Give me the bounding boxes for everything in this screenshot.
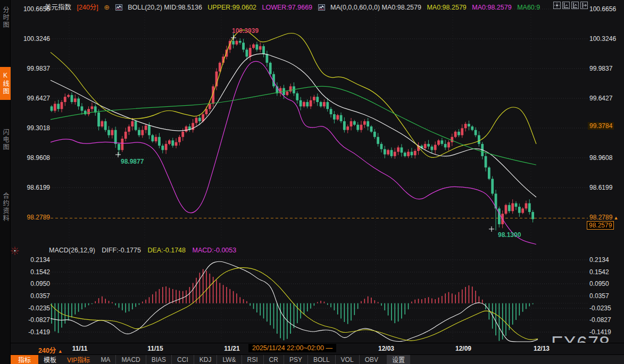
candle-body (114, 130, 117, 144)
sidebar-tab-rail: 分时图K线图闪电图合约资料 (0, 0, 11, 364)
extreme-price-label: 98.1300 (498, 231, 521, 239)
boll-mid-line (51, 54, 536, 197)
macd-tick-left: 0.1542 (17, 268, 50, 276)
macd-macd-value: MACD:-0.0053 (193, 247, 237, 254)
price-tick-right: 99.6427 (589, 95, 612, 102)
macd-params: MACD(26,12,9) (49, 247, 95, 254)
candle-body (148, 125, 151, 135)
candle-body (447, 142, 450, 148)
period-badge[interactable]: [240分] (77, 4, 98, 11)
macd-dif-line (51, 261, 538, 342)
time-axis: 240分 ▲ 2025/11/24 22:00~02:00 — 11/1111/… (11, 343, 624, 354)
chart-plot-area[interactable] (0, 0, 624, 364)
sidebar-tab-4[interactable]: 合约资料 (0, 186, 11, 228)
candle-body (178, 137, 181, 142)
candle-body (384, 149, 386, 155)
candle-body (478, 135, 480, 143)
candle-body (323, 102, 326, 106)
candle-body (310, 100, 312, 106)
toolbar-button-BIAS[interactable]: BIAS (146, 355, 171, 364)
pan-right-icon[interactable] (580, 2, 588, 9)
sidebar-tab-2[interactable]: K线图 (0, 67, 11, 100)
toolbar-button-MACD[interactable]: MACD (115, 355, 145, 364)
move-crosshair-icon[interactable] (553, 2, 561, 9)
price-tick-left: 98.9608 (17, 154, 50, 162)
toolbar-button-PSY[interactable]: PSY (284, 355, 307, 364)
chart-application: { "window": { "app": "FX678 chart", "wid… (0, 0, 624, 364)
candle-body (226, 49, 228, 56)
candle-body (326, 102, 329, 109)
extreme-cross-marker (115, 152, 121, 157)
toolbar-button-VOL[interactable]: VOL (335, 355, 359, 364)
candle-body (427, 144, 430, 147)
toolbar-button-RSI[interactable]: RSI (242, 355, 263, 364)
boll-values: BOLL(20,2) MID:98.5136 (128, 4, 202, 11)
price-tick-right: 98.9608 (589, 154, 612, 162)
toolbar-button-MA[interactable]: MA (95, 355, 115, 364)
macd-tick-left: 0.2134 (17, 256, 50, 264)
ma-indicator-icon[interactable] (318, 4, 325, 11)
boll-lower-value: LOWER:97.9669 (262, 4, 313, 11)
main-chart-canvas[interactable] (0, 0, 624, 364)
indicator-header: 美元指数 [240分] ⊕ BOLL(20,2) MID:98.5136 UPP… (45, 2, 544, 10)
candle-body (57, 104, 60, 109)
toolbar-button-KDJ[interactable]: KDJ (194, 355, 217, 364)
candle-body (515, 204, 518, 207)
marked-level-label: 99.3784 (588, 122, 614, 130)
toolbar-button-模板[interactable]: 模板 (38, 355, 62, 364)
price-tick-right: 98.6199 (589, 184, 612, 191)
toolbar-button-设置[interactable]: 设置 (387, 355, 410, 364)
sidebar-tab-1[interactable]: 分时图 (0, 2, 11, 33)
toolbar-button-LW&[interactable]: LW& (217, 355, 241, 364)
symbol-name: 美元指数 (45, 4, 71, 11)
candle-body (259, 46, 262, 50)
chart-controls (553, 2, 588, 9)
candle-body (498, 208, 501, 224)
candle-body (528, 204, 531, 212)
candle-body (377, 137, 379, 144)
toolbar-button-CR[interactable]: CR (263, 355, 284, 364)
candle-body (306, 102, 309, 106)
ma-values: MA(0,0,0,60,0,0) MA0:98.2579 (330, 4, 421, 11)
candle-body (299, 100, 302, 106)
extreme-cross-marker (489, 226, 494, 232)
candle-body (525, 204, 528, 209)
candle-body (131, 121, 134, 126)
candle-body (71, 95, 73, 102)
price-tick-left: 100.3246 (17, 35, 50, 43)
macd-tick-left: 0.0950 (17, 280, 50, 287)
scale-right-axis-icon[interactable] (571, 2, 579, 9)
boll-indicator-icon[interactable] (115, 4, 122, 11)
macd-dea-line (51, 268, 538, 341)
sidebar-tab-3[interactable]: 闪电图 (0, 123, 11, 156)
crosshair-time-readout: 2025/11/24 22:00~02:00 — (248, 344, 336, 352)
ma60-value: MA60:9 (517, 4, 540, 11)
toolbar-button-OBV[interactable]: OBV (359, 355, 384, 364)
candle-body (380, 144, 383, 149)
candle-body (333, 114, 336, 120)
add-indicator-icon[interactable]: ⊕ (104, 3, 110, 11)
candle-body (457, 132, 460, 136)
candle-body (249, 48, 252, 56)
indicator-settings-icon[interactable] (11, 247, 19, 255)
toolbar-button-BOLL[interactable]: BOLL (307, 355, 335, 364)
scale-left-axis-icon[interactable] (562, 2, 570, 9)
candle-body (198, 118, 201, 122)
toolbar-button-VIP指标[interactable]: VIP指标 (62, 355, 95, 364)
toolbar-button-指标[interactable]: 指标 (11, 355, 38, 364)
candle-body (521, 208, 524, 213)
candle-body (407, 152, 410, 156)
price-tick-left: 98.6199 (17, 184, 50, 191)
candle-body (360, 125, 363, 130)
timeframe-selector[interactable]: 240分 ▲ (38, 345, 63, 355)
extreme-price-label: 98.9877 (121, 158, 144, 165)
candle-body (51, 106, 53, 111)
candle-body (138, 130, 140, 136)
candle-body (185, 126, 188, 132)
candle-body (111, 130, 113, 136)
candle-body (54, 104, 56, 111)
toolbar-button-CCI[interactable]: CCI (171, 355, 194, 364)
price-tick-right: 98.2789▲ (589, 214, 618, 221)
candle-body (161, 146, 164, 150)
candle-body (128, 126, 130, 132)
